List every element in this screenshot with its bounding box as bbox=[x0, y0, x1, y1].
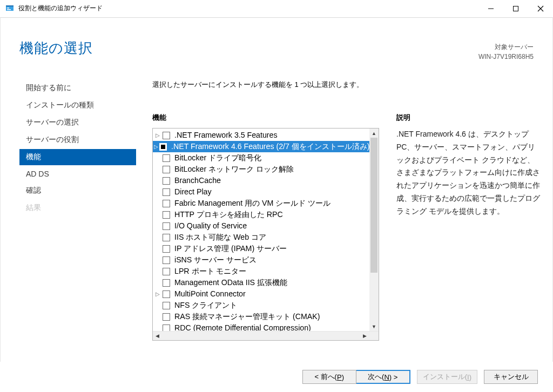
wizard-steps: 開始する前にインストールの種類サーバーの選択サーバーの役割機能AD DS確認結果 bbox=[19, 80, 136, 217]
wizard-step-results: 結果 bbox=[19, 200, 136, 216]
feature-row[interactable]: Fabric Management 用の VM シールド ツール bbox=[153, 198, 369, 209]
svg-rect-4 bbox=[514, 6, 518, 11]
feature-label: Management OData IIS 拡張機能 bbox=[174, 277, 287, 288]
wizard-step-adds[interactable]: AD DS bbox=[19, 166, 136, 181]
scrollbar-thumb[interactable] bbox=[370, 138, 377, 273]
features-heading: 機能 bbox=[152, 113, 379, 123]
feature-checkbox[interactable] bbox=[163, 200, 170, 207]
description-column: 説明 .NET Framework 4.6 は、デスクトップ PC、サーバー、ス… bbox=[396, 113, 540, 351]
wizard-step-server[interactable]: サーバーの選択 bbox=[19, 114, 136, 131]
feature-checkbox[interactable] bbox=[163, 268, 170, 275]
feature-row[interactable]: IIS ホスト可能な Web コア bbox=[153, 232, 369, 243]
feature-row[interactable]: iSNS サーバー サービス bbox=[153, 254, 369, 266]
install-button-suffix: ) bbox=[469, 373, 471, 381]
feature-row[interactable]: BitLocker ドライブ暗号化 bbox=[153, 152, 369, 164]
feature-row[interactable]: ▷.NET Framework 3.5 Features bbox=[153, 130, 369, 141]
feature-row[interactable]: ▷MultiPoint Connector bbox=[153, 288, 369, 300]
feature-checkbox[interactable] bbox=[163, 211, 170, 219]
feature-checkbox[interactable] bbox=[163, 290, 170, 298]
feature-checkbox[interactable] bbox=[163, 279, 170, 287]
feature-row[interactable]: RAS 接続マネージャー管理キット (CMAK) bbox=[153, 311, 369, 322]
prev-next-group: < 前へ(P) 次へ(N) > bbox=[302, 370, 410, 384]
wizard-step-before[interactable]: 開始する前に bbox=[19, 80, 136, 96]
feature-checkbox[interactable] bbox=[159, 143, 167, 151]
page-title: 機能の選択 bbox=[19, 39, 93, 58]
feature-row[interactable]: HTTP プロキシを経由した RPC bbox=[153, 209, 369, 220]
scroll-up-icon[interactable]: ▲ bbox=[369, 129, 379, 138]
feature-label: HTTP プロキシを経由した RPC bbox=[174, 209, 283, 220]
titlebar: 役割と機能の追加ウィザード bbox=[0, 0, 553, 17]
wizard-step-roles[interactable]: サーバーの役割 bbox=[19, 132, 136, 148]
feature-label: Fabric Management 用の VM シールド ツール bbox=[174, 198, 331, 209]
feature-checkbox[interactable] bbox=[163, 222, 170, 230]
feature-label: iSNS サーバー サービス bbox=[174, 254, 257, 266]
expand-icon[interactable]: ▷ bbox=[154, 288, 161, 300]
feature-row[interactable]: BitLocker ネットワーク ロック解除 bbox=[153, 164, 369, 175]
feature-row[interactable]: LPR ポート モニター bbox=[153, 266, 369, 277]
maximize-button[interactable] bbox=[503, 0, 528, 17]
footer: < 前へ(P) 次へ(N) > インストール(I) キャンセル bbox=[0, 362, 553, 392]
window-controls bbox=[478, 0, 553, 17]
feature-checkbox[interactable] bbox=[163, 245, 170, 253]
feature-row[interactable]: BranchCache bbox=[153, 175, 369, 186]
feature-label: IIS ホスト可能な Web コア bbox=[174, 232, 266, 243]
horizontal-scrollbar[interactable]: ◀ ▶ bbox=[153, 331, 379, 340]
feature-checkbox[interactable] bbox=[163, 325, 170, 332]
minimize-button[interactable] bbox=[478, 0, 503, 17]
description-text: .NET Framework 4.6 は、デスクトップ PC、サーバー、スマート… bbox=[396, 128, 540, 218]
feature-checkbox[interactable] bbox=[163, 256, 170, 264]
feature-label: BitLocker ドライブ暗号化 bbox=[174, 152, 261, 164]
description-heading: 説明 bbox=[396, 113, 540, 123]
feature-row[interactable]: ▷.NET Framework 4.6 Features (2/7 個をインスト… bbox=[153, 141, 369, 152]
feature-label: BitLocker ネットワーク ロック解除 bbox=[174, 164, 294, 175]
feature-label: .NET Framework 4.6 Features (2/7 個をインストー… bbox=[171, 141, 369, 152]
scroll-right-icon[interactable]: ▶ bbox=[360, 332, 369, 340]
features-tree[interactable]: ▷.NET Framework 3.5 Features▷.NET Framew… bbox=[152, 128, 379, 341]
back-button-accel: P bbox=[337, 373, 342, 381]
scroll-left-icon[interactable]: ◀ bbox=[153, 332, 162, 340]
feature-label: MultiPoint Connector bbox=[174, 288, 246, 300]
next-button-prefix: 次へ( bbox=[368, 372, 384, 382]
scroll-down-icon[interactable]: ▼ bbox=[369, 322, 379, 331]
feature-row[interactable]: IP アドレス管理 (IPAM) サーバー bbox=[153, 243, 369, 254]
feature-label: NFS クライアント bbox=[174, 300, 237, 311]
cancel-button[interactable]: キャンセル bbox=[484, 370, 538, 384]
feature-row[interactable]: Management OData IIS 拡張機能 bbox=[153, 277, 369, 288]
feature-label: BranchCache bbox=[174, 175, 221, 186]
feature-label: LPR ポート モニター bbox=[174, 266, 246, 277]
next-button-suffix: ) > bbox=[389, 373, 398, 381]
feature-checkbox[interactable] bbox=[163, 313, 170, 321]
svg-rect-2 bbox=[7, 8, 9, 9]
expand-icon[interactable]: ▷ bbox=[154, 130, 161, 141]
wizard-step-type[interactable]: インストールの種類 bbox=[19, 97, 136, 113]
instruction-text: 選択したサーバーにインストールする機能を 1 つ以上選択します。 bbox=[152, 80, 540, 100]
next-button-accel: N bbox=[384, 373, 389, 381]
vertical-scrollbar[interactable]: ▲ ▼ bbox=[369, 129, 379, 331]
feature-label: IP アドレス管理 (IPAM) サーバー bbox=[174, 243, 287, 254]
feature-label: I/O Quality of Service bbox=[174, 220, 247, 232]
feature-checkbox[interactable] bbox=[163, 302, 170, 309]
feature-checkbox[interactable] bbox=[163, 132, 170, 139]
wizard-step-features[interactable]: 機能 bbox=[19, 149, 136, 165]
feature-row[interactable]: I/O Quality of Service bbox=[153, 220, 369, 232]
close-button[interactable] bbox=[528, 0, 553, 17]
back-button-prefix: < 前へ( bbox=[314, 372, 337, 382]
feature-row[interactable]: RDC (Remote Differential Compression) bbox=[153, 322, 369, 331]
back-button[interactable]: < 前へ(P) bbox=[302, 370, 356, 384]
svg-rect-3 bbox=[7, 9, 11, 10]
expand-icon[interactable]: ▷ bbox=[154, 141, 158, 152]
window-title: 役割と機能の追加ウィザード bbox=[18, 4, 103, 13]
wizard-step-confirm[interactable]: 確認 bbox=[19, 183, 136, 199]
feature-checkbox[interactable] bbox=[163, 177, 170, 185]
feature-label: Direct Play bbox=[174, 186, 212, 198]
feature-checkbox[interactable] bbox=[163, 234, 170, 241]
feature-checkbox[interactable] bbox=[163, 154, 170, 162]
target-server-block: 対象サーバー WIN-J7V19RI68H5 bbox=[478, 39, 534, 62]
feature-label: .NET Framework 3.5 Features bbox=[174, 130, 278, 141]
feature-checkbox[interactable] bbox=[163, 188, 170, 196]
feature-row[interactable]: NFS クライアント bbox=[153, 300, 369, 311]
next-button[interactable]: 次へ(N) > bbox=[356, 370, 410, 384]
feature-row[interactable]: Direct Play bbox=[153, 186, 369, 198]
main-content: 選択したサーバーにインストールする機能を 1 つ以上選択します。 機能 ▷.NE… bbox=[152, 80, 540, 351]
feature-checkbox[interactable] bbox=[163, 166, 170, 173]
